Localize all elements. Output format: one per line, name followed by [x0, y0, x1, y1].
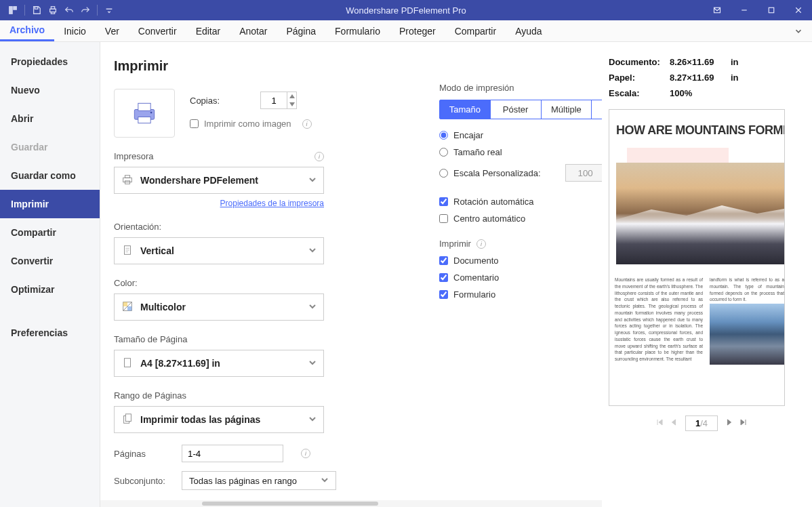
- printer-properties-link[interactable]: Propiedades de la impresora: [220, 199, 324, 208]
- custom-scale-spinner[interactable]: [565, 164, 602, 182]
- page-preview: HOW ARE MOUNTAINS FORMED Mountains are u…: [609, 109, 785, 406]
- pager-next-icon[interactable]: [725, 418, 733, 428]
- printer-illustration: [114, 89, 175, 138]
- copies-spinner[interactable]: [260, 92, 297, 109]
- tab-multiple[interactable]: Múltiple: [542, 100, 592, 119]
- mail-icon[interactable]: [704, 0, 731, 20]
- svg-rect-6: [714, 7, 720, 13]
- chevron-down-icon: [308, 176, 317, 186]
- menu-formulario[interactable]: Formulario: [325, 20, 390, 41]
- print-settings: Imprimir Copias: Imprimir co: [100, 42, 602, 507]
- sidebar-convertir[interactable]: Convertir: [0, 247, 100, 275]
- svg-rect-4: [51, 7, 54, 9]
- svg-rect-13: [125, 175, 129, 178]
- color-dropdown[interactable]: Multicolor: [114, 293, 324, 321]
- menu-inicio[interactable]: Inicio: [54, 20, 96, 41]
- menu-ver[interactable]: Ver: [96, 20, 129, 41]
- menu-compartir[interactable]: Compartir: [445, 20, 506, 41]
- sidebar-nuevo[interactable]: Nuevo: [0, 76, 100, 104]
- pager-first-icon[interactable]: [655, 418, 664, 428]
- printer-dropdown[interactable]: Wondershare PDFelement: [114, 167, 324, 194]
- close-icon[interactable]: [785, 0, 812, 20]
- preview-sub-image: [710, 304, 785, 365]
- minimize-icon[interactable]: [731, 0, 758, 20]
- printmode-label: Modo de impresión: [439, 83, 602, 93]
- horizontal-scrollbar[interactable]: [100, 500, 602, 507]
- sidebar-abrir[interactable]: Abrir: [0, 104, 100, 133]
- menu-archivo[interactable]: Archivo: [0, 20, 54, 41]
- info-icon[interactable]: i: [301, 449, 310, 458]
- redo-icon[interactable]: [78, 3, 93, 18]
- orientation-dropdown[interactable]: Vertical: [114, 237, 324, 264]
- sidebar: Propiedades Nuevo Abrir Guardar Guardar …: [0, 42, 100, 507]
- color-value: Multicolor: [140, 302, 186, 312]
- color-label: Color:: [114, 278, 324, 288]
- print-as-image-checkbox[interactable]: [190, 119, 199, 128]
- printer-icon: [121, 174, 134, 188]
- print-as-image-label: Imprimir como imagen: [204, 119, 291, 129]
- auto-rotate-checkbox[interactable]: [439, 197, 448, 206]
- printer-value: Wondershare PDFelement: [140, 175, 258, 186]
- pagesize-label: Tamaño de Página: [114, 334, 324, 344]
- print-doc-label: Documento: [453, 256, 498, 266]
- menu-ayuda[interactable]: Ayuda: [506, 20, 551, 41]
- copies-down[interactable]: [287, 100, 296, 108]
- print-icon[interactable]: [45, 3, 60, 18]
- copies-up[interactable]: [287, 92, 296, 100]
- sidebar-imprimir[interactable]: Imprimir: [0, 190, 100, 218]
- copies-input[interactable]: [261, 92, 287, 108]
- menu-anotar[interactable]: Anotar: [230, 20, 277, 41]
- tab-tamano[interactable]: Tamaño: [440, 100, 491, 119]
- sidebar-propiedades[interactable]: Propiedades: [0, 47, 100, 76]
- pages-input[interactable]: [182, 445, 283, 462]
- printmode-tabs: Tamaño Póster Múltiple Folleto: [439, 100, 602, 119]
- menu-pagina[interactable]: Página: [277, 20, 325, 41]
- customize-toolbar-icon[interactable]: [102, 3, 117, 18]
- svg-rect-9: [138, 103, 150, 110]
- pagesize-dropdown[interactable]: A4 [8.27×11.69] in: [114, 350, 324, 377]
- pagerange-dropdown[interactable]: Imprimir todas las páginas: [114, 406, 324, 433]
- radio-actual[interactable]: [439, 148, 448, 157]
- print-form-checkbox[interactable]: [439, 290, 448, 299]
- pager-prev-icon[interactable]: [670, 418, 678, 428]
- pages-icon: [121, 413, 134, 427]
- maximize-icon[interactable]: [758, 0, 785, 20]
- menu-convertir[interactable]: Convertir: [129, 20, 186, 41]
- print-comment-checkbox[interactable]: [439, 273, 448, 282]
- titlebar: Wondershare PDFelement Pro: [0, 0, 812, 20]
- meta-doc-value: 8.26×11.69: [670, 57, 731, 67]
- sidebar-preferencias[interactable]: Preferencias: [0, 319, 100, 347]
- menu-proteger[interactable]: Proteger: [390, 20, 445, 41]
- sidebar-optimizar[interactable]: Optimizar: [0, 275, 100, 304]
- menu-editar[interactable]: Editar: [186, 20, 230, 41]
- app-title: Wondershare PDFelement Pro: [346, 5, 466, 16]
- preview-hero-image: [616, 163, 785, 264]
- svg-rect-5: [51, 12, 54, 14]
- save-icon[interactable]: [29, 3, 44, 18]
- pagerange-value: Imprimir todas las páginas: [140, 414, 260, 425]
- print-doc-checkbox[interactable]: [439, 256, 448, 265]
- radio-fit[interactable]: [439, 131, 448, 140]
- collapse-ribbon-icon[interactable]: [785, 20, 812, 41]
- meta-doc-label: Documento:: [609, 57, 670, 67]
- page-icon: [121, 357, 134, 371]
- tab-poster[interactable]: Póster: [491, 100, 542, 119]
- info-icon[interactable]: i: [314, 152, 324, 161]
- pager-last-icon[interactable]: [739, 418, 748, 428]
- info-icon[interactable]: i: [302, 119, 312, 129]
- meta-doc-unit: in: [731, 57, 751, 67]
- undo-icon[interactable]: [62, 3, 77, 18]
- pager-display[interactable]: 1/4: [685, 415, 718, 431]
- svg-rect-19: [125, 358, 131, 367]
- subset-label: Subconjunto:: [114, 476, 169, 486]
- sidebar-guardar-como[interactable]: Guardar como: [0, 161, 100, 190]
- menubar: Archivo Inicio Ver Convertir Editar Anot…: [0, 20, 812, 42]
- tab-folleto[interactable]: Folleto: [592, 100, 602, 119]
- sidebar-compartir[interactable]: Compartir: [0, 218, 100, 247]
- auto-center-checkbox[interactable]: [439, 214, 448, 223]
- info-icon[interactable]: i: [476, 239, 486, 249]
- subset-dropdown[interactable]: Todas las páginas en rango: [182, 471, 336, 490]
- radio-custom[interactable]: [439, 169, 448, 178]
- svg-rect-0: [9, 7, 12, 14]
- print-form-label: Formulario: [453, 289, 495, 300]
